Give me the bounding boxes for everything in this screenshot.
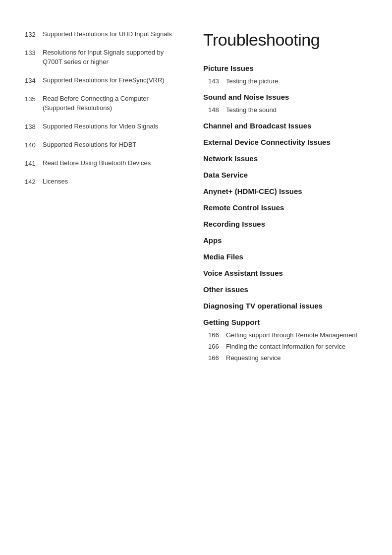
sub-page-number: 166 [208,354,226,362]
page-number: 142 [25,177,43,186]
topic-block: Recording Issues [203,220,372,228]
sub-entry-text: Getting support through Remote Managemen… [226,331,357,339]
topic-sub-entry: 148 Testing the sound [203,106,372,114]
topic-heading: Picture Issues [203,64,372,72]
topic-heading: Media Files [203,252,372,261]
toc-entry: 135 Read Before Connecting a Computer (S… [25,94,178,113]
topic-heading: Getting Support [203,318,372,326]
toc-entry: 140 Supported Resolutions for HDBT [25,140,178,150]
topic-heading: Sound and Noise Issues [203,93,372,101]
page-number: 132 [25,30,43,39]
topic-sub-entry: 166 Getting support through Remote Manag… [203,331,372,339]
topic-heading: Diagnosing TV operational issues [203,302,372,310]
topic-sub-entry: 143 Testing the picture [203,77,372,85]
toc-entry: 141 Read Before Using Bluetooth Devices [25,159,178,168]
entry-text: Read Before Connecting a Computer (Suppo… [43,94,178,113]
topic-sub-entry: 166 Requesting service [203,354,372,362]
topic-block: Data Service [203,171,372,179]
topic-block: Getting Support 166 Getting support thro… [203,318,372,362]
topic-block: Media Files [203,252,372,261]
topic-heading: Data Service [203,171,372,179]
entry-text: Supported Resolutions for UHD Input Sign… [43,30,172,39]
sub-page-number: 143 [208,77,226,85]
entry-text: Supported Resolutions for HDBT [43,140,136,150]
topic-heading: Apps [203,236,372,245]
topic-block: Channel and Broadcast Issues [203,122,372,130]
left-column: 132 Supported Resolutions for UHD Input … [0,20,193,535]
topic-block: Remote Control Issues [203,203,372,212]
topic-heading: Channel and Broadcast Issues [203,122,372,130]
entry-text: Licenses [43,177,68,186]
topic-block: Diagnosing TV operational issues [203,302,372,310]
topic-block: Anynet+ (HDMI-CEC) Issues [203,187,372,195]
entry-text: Resolutions for Input Signals supported … [43,48,178,67]
toc-entry: 134 Supported Resolutions for FreeSync(V… [25,76,178,85]
sub-entry-text: Testing the sound [226,106,277,114]
page-number: 135 [25,94,43,113]
topic-heading: Network Issues [203,154,372,163]
sub-page-number: 148 [208,106,226,114]
topic-heading: Anynet+ (HDMI-CEC) Issues [203,187,372,195]
section-title: Troubleshooting [203,30,372,50]
left-toc: 132 Supported Resolutions for UHD Input … [25,30,178,187]
topic-block: Voice Assistant Issues [203,269,372,277]
topic-block: Network Issues [203,154,372,163]
toc-entry: 133 Resolutions for Input Signals suppor… [25,48,178,67]
right-column: Troubleshooting Picture Issues 143 Testi… [193,20,392,535]
topic-block: Sound and Noise Issues 148 Testing the s… [203,93,372,114]
entry-text: Read Before Using Bluetooth Devices [43,159,151,168]
sub-entry-text: Finding the contact information for serv… [226,343,345,350]
toc-entry: 132 Supported Resolutions for UHD Input … [25,30,178,39]
toc-entry: 142 Licenses [25,177,178,186]
page-number: 141 [25,159,43,168]
topic-heading: Voice Assistant Issues [203,269,372,277]
page-number: 133 [25,48,43,67]
topic-block: Other issues [203,285,372,294]
page-number: 134 [25,76,43,85]
topic-block: Apps [203,236,372,245]
right-topics: Picture Issues 143 Testing the picture S… [203,64,372,362]
topic-heading: Other issues [203,285,372,294]
page-number: 140 [25,140,43,150]
sub-page-number: 166 [208,343,226,350]
topic-heading: Recording Issues [203,220,372,228]
sub-entry-text: Requesting service [226,354,281,362]
sub-page-number: 166 [208,331,226,339]
topic-heading: Remote Control Issues [203,203,372,212]
topic-sub-entry: 166 Finding the contact information for … [203,343,372,350]
topic-heading: External Device Connectivity Issues [203,138,372,146]
toc-entry: 138 Supported Resolutions for Video Sign… [25,122,178,131]
sub-entry-text: Testing the picture [226,77,279,85]
page-number: 138 [25,122,43,131]
topic-block: Picture Issues 143 Testing the picture [203,64,372,85]
entry-text: Supported Resolutions for FreeSync(VRR) [43,76,165,85]
page-container: 132 Supported Resolutions for UHD Input … [0,0,392,555]
entry-text: Supported Resolutions for Video Signals [43,122,158,131]
topic-block: External Device Connectivity Issues [203,138,372,146]
